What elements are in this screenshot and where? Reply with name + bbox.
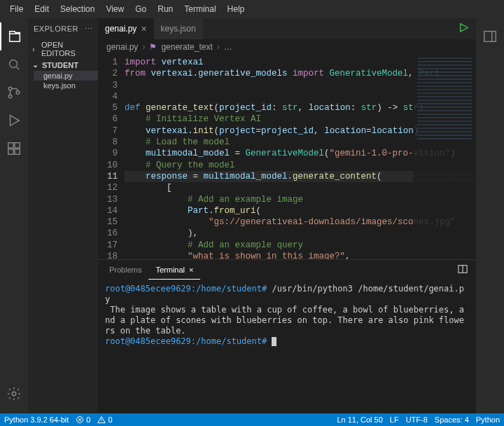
extensions-icon[interactable]: [0, 135, 28, 163]
sidebar-title-label: EXPLORER: [34, 25, 78, 33]
menu-file[interactable]: File: [4, 4, 29, 14]
run-debug-icon[interactable]: [0, 106, 28, 135]
status-errors-count: 0: [86, 415, 90, 424]
menu-bar: File Edit Selection View Go Run Terminal…: [0, 0, 504, 18]
activity-bar: [0, 18, 28, 413]
status-eol[interactable]: LF: [390, 415, 399, 424]
panel-tabs: Problems Terminal ×: [98, 260, 476, 280]
settings-gear-icon[interactable]: [0, 380, 28, 408]
menu-run[interactable]: Run: [152, 4, 178, 14]
file-item[interactable]: genai.py: [34, 71, 98, 81]
status-indent[interactable]: Spaces: 4: [435, 415, 469, 424]
split-terminal-icon[interactable]: [458, 264, 468, 275]
status-errors[interactable]: 0: [76, 415, 90, 424]
panel-tab-problems[interactable]: Problems: [102, 260, 148, 280]
tab-genai[interactable]: genai.py ×: [98, 18, 154, 39]
menu-view[interactable]: View: [100, 4, 130, 14]
tab-label: keys.json: [161, 24, 196, 34]
svg-rect-10: [484, 32, 496, 42]
svg-point-2: [8, 95, 12, 98]
status-encoding[interactable]: UTF-8: [406, 415, 428, 424]
line-numbers: 12345678910111213141516171819: [98, 55, 125, 259]
svg-rect-5: [15, 143, 20, 148]
minimap[interactable]: [413, 55, 476, 259]
open-editors-label: OPEN EDITORS: [41, 41, 94, 57]
symbol-function-icon: ⚑: [149, 42, 157, 52]
file-item[interactable]: keys.json: [34, 81, 98, 90]
breadcrumb-file[interactable]: genai.py: [106, 42, 138, 52]
panel-tab-label: Terminal: [155, 266, 185, 274]
status-warnings-count: 0: [108, 415, 112, 424]
bottom-panel: Problems Terminal × root@0485ecee9629:/h…: [98, 259, 476, 413]
right-activity-bar: [476, 18, 504, 413]
editor-group: genai.py × keys.json genai.py › ⚑ genera…: [98, 18, 476, 413]
menu-edit[interactable]: Edit: [29, 4, 55, 14]
svg-rect-6: [8, 149, 13, 154]
chevron-down-icon: ⌄: [32, 60, 39, 69]
breadcrumb-more[interactable]: …: [224, 42, 232, 52]
code-editor[interactable]: 12345678910111213141516171819 import ver…: [98, 55, 476, 259]
open-editors-section[interactable]: › OPEN EDITORS: [28, 39, 98, 59]
status-warnings[interactable]: 0: [97, 415, 112, 424]
sidebar: EXPLORER ⋯ › OPEN EDITORS ⌄ STUDENT gena…: [28, 18, 98, 413]
toggle-panel-icon[interactable]: [476, 22, 504, 50]
source-control-icon[interactable]: [0, 78, 28, 106]
sidebar-title: EXPLORER ⋯: [28, 18, 98, 39]
menu-selection[interactable]: Selection: [55, 4, 100, 14]
status-bar: Python 3.9.2 64-bit 0 0 Ln 11, Col 50 LF…: [0, 413, 504, 426]
chevron-right-icon: ›: [142, 42, 145, 52]
close-icon[interactable]: ×: [189, 266, 193, 274]
folder-section[interactable]: ⌄ STUDENT: [28, 59, 98, 71]
panel-tab-terminal[interactable]: Terminal ×: [148, 260, 200, 280]
tab-label: genai.py: [105, 24, 136, 34]
menu-terminal[interactable]: Terminal: [178, 4, 221, 14]
explorer-icon[interactable]: [0, 22, 28, 50]
file-tree: genai.py keys.json: [28, 71, 98, 90]
svg-point-8: [12, 392, 16, 396]
menu-go[interactable]: Go: [130, 4, 152, 14]
chevron-right-icon: ›: [217, 42, 220, 52]
chevron-right-icon: ›: [32, 45, 38, 53]
svg-rect-4: [8, 143, 13, 148]
status-cursor-pos[interactable]: Ln 11, Col 50: [337, 415, 382, 424]
menu-help[interactable]: Help: [222, 4, 251, 14]
search-icon[interactable]: [0, 50, 28, 78]
breadcrumb[interactable]: genai.py › ⚑ generate_text › …: [98, 39, 476, 55]
svg-point-0: [10, 60, 18, 68]
folder-label: STUDENT: [42, 61, 78, 69]
sidebar-more-icon[interactable]: ⋯: [85, 25, 93, 34]
status-language[interactable]: Python: [476, 415, 500, 424]
run-file-icon[interactable]: [458, 22, 469, 35]
breadcrumb-symbol[interactable]: generate_text: [161, 42, 212, 52]
terminal-content[interactable]: root@0485ecee9629:/home/student# /usr/bi…: [98, 280, 476, 413]
status-python-interpreter[interactable]: Python 3.9.2 64-bit: [4, 415, 69, 424]
svg-rect-7: [15, 149, 20, 154]
tab-keys[interactable]: keys.json: [154, 18, 203, 39]
close-icon[interactable]: ×: [141, 24, 146, 34]
svg-point-3: [16, 91, 20, 95]
editor-tabs: genai.py × keys.json: [98, 18, 476, 39]
svg-point-1: [8, 87, 12, 90]
